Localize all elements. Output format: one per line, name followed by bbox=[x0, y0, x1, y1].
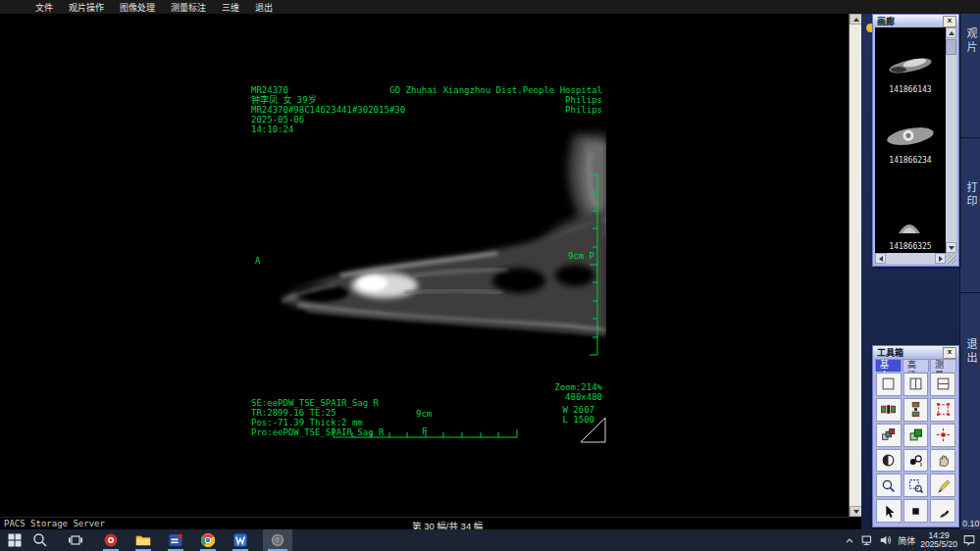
right-tab-2[interactable]: 打印 bbox=[963, 181, 979, 209]
status-value: 0.10 bbox=[962, 519, 980, 528]
tile-layout-tool-icon[interactable] bbox=[876, 424, 902, 447]
window-level-tool-icon[interactable] bbox=[876, 449, 902, 473]
overlay-level: L 1500 bbox=[562, 415, 594, 425]
zoom-in-tool-icon[interactable] bbox=[876, 474, 902, 497]
invert-image-tool-icon[interactable] bbox=[903, 449, 929, 473]
network-icon[interactable] bbox=[860, 533, 874, 547]
pan-hand-tool-icon[interactable] bbox=[930, 449, 955, 473]
cine-vertical-tool-icon[interactable] bbox=[903, 398, 929, 422]
gallery-scroll-thumb[interactable] bbox=[946, 39, 956, 55]
hidden-icons-chevron-icon[interactable] bbox=[844, 534, 855, 546]
toolbox-close-icon[interactable]: x bbox=[943, 347, 956, 359]
tab-divider bbox=[960, 137, 980, 138]
overlay-position: Pos:-71.39 Thick:2 mm bbox=[251, 418, 363, 427]
windows-taskbar: 简体 14:29 2025/5/20 bbox=[0, 529, 980, 551]
taskbar-clock[interactable]: 14:29 2025/5/20 bbox=[920, 531, 957, 549]
gallery-resize-grip[interactable] bbox=[946, 253, 956, 264]
layout-2x1-tool-icon[interactable] bbox=[930, 373, 955, 396]
gallery-panel: 画廊 x 141866143141866234141866325 bbox=[872, 14, 959, 267]
taskbar-app-chrome[interactable] bbox=[195, 529, 221, 551]
system-tray: 简体 14:29 2025/5/20 bbox=[844, 529, 980, 551]
search-icon[interactable] bbox=[27, 529, 53, 551]
overlay-sequence: SE:eePDW_TSE_SPAIR_Sag R bbox=[251, 398, 379, 408]
taskbar-app-pacs-viewer[interactable] bbox=[263, 529, 292, 551]
overlay-zoom: Zoom:214% bbox=[554, 382, 602, 392]
overlay-time: 14:10:24 bbox=[251, 125, 293, 134]
gallery-thumbnail[interactable]: 141866234 bbox=[875, 122, 946, 165]
task-view-icon[interactable] bbox=[63, 529, 88, 551]
layout-1x2-tool-icon[interactable] bbox=[903, 373, 929, 396]
thumbnail-image-icon bbox=[883, 67, 938, 83]
ime-indicator[interactable]: 简体 bbox=[898, 534, 915, 547]
overlay-vendor-2: Philips bbox=[565, 105, 602, 115]
menu-item-三维[interactable]: 三维 bbox=[222, 1, 239, 14]
orientation-marker-p: 9cm P bbox=[568, 251, 594, 261]
overlay-study-uid: MR24370#98C14623441#302015#30 bbox=[251, 105, 405, 115]
start-button[interactable] bbox=[2, 529, 27, 551]
menu-item-观片操作[interactable]: 观片操作 bbox=[69, 1, 104, 14]
taskbar-app-app-w[interactable] bbox=[228, 529, 253, 551]
mri-image[interactable]: MR24370 钟李凤 女 39岁 MR24370#98C14623441#30… bbox=[247, 83, 606, 443]
toolbox-tab-基本[interactable]: 基本 bbox=[875, 359, 902, 372]
thumbnail-image-icon bbox=[883, 224, 938, 240]
cine-horizontal-tool-icon[interactable] bbox=[876, 398, 902, 422]
target-point-tool-icon[interactable] bbox=[930, 424, 955, 447]
thumbnail-image-icon bbox=[883, 137, 938, 154]
gallery-thumbnail-list: 141866143141866234141866325 bbox=[875, 27, 946, 253]
measurement-rulers bbox=[247, 83, 606, 443]
viewer-scrollbar[interactable] bbox=[849, 14, 861, 517]
taskbar-app-file-explorer[interactable] bbox=[130, 529, 156, 551]
action-center-icon[interactable] bbox=[962, 533, 976, 547]
gallery-title-bar[interactable]: 画廊 x bbox=[873, 15, 958, 27]
gallery-scroll-left-icon[interactable] bbox=[875, 253, 886, 264]
orientation-marker-a: A bbox=[255, 256, 260, 266]
right-tab-1[interactable]: 观片 bbox=[963, 27, 979, 55]
overlay-protocol: Pro:eePDW_TSE_SPAIR_Sag R bbox=[251, 427, 384, 437]
gallery-vertical-scrollbar[interactable] bbox=[946, 27, 956, 253]
select-box-tool-icon[interactable] bbox=[930, 398, 955, 422]
tab-divider bbox=[960, 292, 980, 293]
menu-item-退出[interactable]: 退出 bbox=[255, 1, 273, 14]
status-server-label: PACS Storage Server bbox=[4, 519, 105, 528]
pointer-arrow-tool-icon[interactable] bbox=[876, 499, 902, 523]
menu-item-文件[interactable]: 文件 bbox=[35, 1, 53, 14]
pacs-application-window: 文件观片操作图像处理测量标注三维退出 bbox=[0, 0, 980, 551]
ruler-f-label: F bbox=[422, 426, 427, 436]
gallery-scroll-right-icon[interactable] bbox=[935, 253, 946, 264]
toolbox-tab-测量[interactable]: 测量 bbox=[930, 359, 956, 372]
gallery-horizontal-scrollbar[interactable] bbox=[875, 253, 946, 264]
toolbox-tab-高级[interactable]: 高级 bbox=[903, 359, 929, 372]
right-tab-3[interactable]: 退出 bbox=[963, 338, 979, 366]
thumbnail-label: 141866234 bbox=[875, 156, 946, 165]
stop-square-tool-icon[interactable] bbox=[903, 499, 929, 523]
layout-1x1-tool-icon[interactable] bbox=[876, 373, 902, 396]
copy-link-tool-icon[interactable] bbox=[903, 424, 929, 447]
overlay-patient: 钟李凤 女 39岁 bbox=[251, 95, 317, 105]
gallery-close-icon[interactable]: x bbox=[943, 16, 956, 27]
annotate-pen-tool-icon[interactable] bbox=[930, 474, 955, 497]
toolbox-title-bar[interactable]: 工具箱 x bbox=[873, 346, 958, 359]
gallery-scroll-down-icon[interactable] bbox=[946, 242, 956, 253]
thumbnail-label: 141866325 bbox=[875, 242, 946, 251]
taskbar-app-app-mail[interactable] bbox=[163, 529, 188, 551]
gallery-thumbnail[interactable]: 141866143 bbox=[875, 51, 946, 94]
volume-icon[interactable] bbox=[879, 533, 893, 547]
scale-label: 9cm bbox=[416, 409, 432, 419]
taskbar-app-app-red-circle[interactable] bbox=[98, 529, 124, 551]
toolbox-panel: 工具箱 x 基本高级测量 bbox=[872, 345, 959, 527]
menu-item-图像处理[interactable]: 图像处理 bbox=[120, 1, 155, 14]
status-bar: PACS Storage Server 第 30 幅/共 34 幅 bbox=[0, 517, 861, 529]
overlay-vendor-1: Philips bbox=[565, 95, 602, 105]
overlay-window: W 2607 bbox=[562, 405, 594, 415]
gallery-scroll-up-icon[interactable] bbox=[946, 27, 956, 38]
clock-date: 2025/5/20 bbox=[920, 540, 957, 549]
image-viewport[interactable]: MR24370 钟李凤 女 39岁 MR24370#98C14623441#30… bbox=[0, 14, 849, 517]
menu-bar: 文件观片操作图像处理测量标注三维退出 bbox=[0, 0, 980, 14]
toolbox-tool-grid bbox=[876, 373, 955, 523]
menu-item-测量标注[interactable]: 测量标注 bbox=[171, 1, 206, 14]
overlay-hospital: GD Zhuhai Xiangzhou Dist.People Hospital bbox=[389, 85, 602, 95]
brush-eraser-tool-icon[interactable] bbox=[930, 499, 955, 523]
zoom-region-tool-icon[interactable] bbox=[903, 474, 929, 497]
overlay-tr-te: TR:2899.16 TE:25 bbox=[251, 408, 336, 418]
gallery-thumbnail[interactable]: 141866325 bbox=[875, 210, 946, 251]
